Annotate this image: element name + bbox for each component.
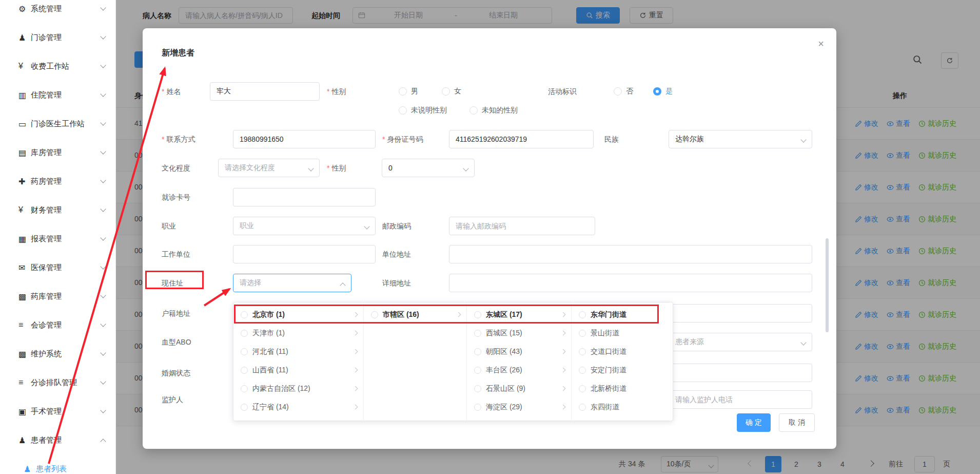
current-address-label: 现住址: [162, 278, 183, 288]
cascader-option[interactable]: 辽宁省 (14): [233, 398, 363, 416]
cascader-column-city: 市辖区 (16): [364, 302, 467, 421]
cascader-option[interactable]: 天津市 (1): [233, 324, 363, 343]
chevron-icon: [100, 407, 106, 413]
dialog-scrollbar[interactable]: [826, 238, 829, 332]
cross-icon: ✚: [18, 177, 31, 186]
guardian-phone-input[interactable]: [669, 390, 812, 409]
cascader-option[interactable]: 东华门街道: [572, 306, 673, 324]
sidebar-item[interactable]: ▩ 维护系统: [0, 339, 115, 368]
card-number-input[interactable]: [233, 188, 376, 206]
name-input[interactable]: [210, 82, 320, 101]
cascader-option[interactable]: 丰台区 (26): [467, 361, 571, 380]
sidebar-item[interactable]: ¥ 收费工作站: [0, 52, 115, 81]
chevron-icon: [100, 120, 106, 125]
radio-gender-unstated[interactable]: 未说明性别: [399, 101, 447, 120]
cascader-option[interactable]: 安定门街道: [572, 361, 673, 380]
cascader-option[interactable]: 东城区 (17): [467, 306, 571, 324]
chevron-icon: [100, 350, 106, 355]
cascader-option[interactable]: 交道口街道: [572, 343, 673, 361]
radio-checked-icon: [653, 87, 661, 96]
chevron-right-icon: [561, 405, 566, 410]
chevron-right-icon: [561, 312, 566, 317]
ethnicity-select[interactable]: 达斡尔族: [669, 130, 812, 148]
grid-icon: ▩: [18, 292, 31, 301]
sidebar-item[interactable]: ♟ 患者管理: [0, 426, 115, 454]
current-address-select[interactable]: 请选择: [233, 274, 351, 292]
cascader-option[interactable]: 市辖区 (16): [364, 306, 466, 324]
sidebar-item[interactable]: ▩ 药库管理: [0, 282, 115, 311]
radio-icon: [579, 311, 586, 318]
radio-gender-unknown[interactable]: 未知的性别: [469, 101, 518, 120]
sidebar-item-patient-list[interactable]: ♟ 患者列表: [0, 454, 115, 474]
chevron-down-icon: [308, 165, 313, 171]
sidebar-item[interactable]: ♟ 门诊管理: [0, 23, 115, 52]
sidebar-item[interactable]: ⚙ 系统管理: [0, 0, 115, 23]
sidebar-item[interactable]: ▭ 门诊医生工作站: [0, 109, 115, 138]
radio-icon: [579, 385, 586, 392]
radio-icon: [474, 348, 481, 355]
cascader-option[interactable]: 内蒙古自治区 (12): [233, 380, 363, 398]
sidebar-item[interactable]: ▦ 报表管理: [0, 224, 115, 253]
work-unit-label: 工作单位: [162, 249, 190, 259]
active-flag-label: 活动标识: [548, 86, 577, 97]
sidebar-item[interactable]: ¥ 财务管理: [0, 196, 115, 224]
cascader-option[interactable]: 北京市 (1): [233, 306, 363, 324]
cascader-option[interactable]: 海淀区 (29): [467, 398, 571, 416]
ethnicity-label: 民族: [604, 134, 619, 144]
radio-icon: [579, 348, 586, 355]
patient-source-select[interactable]: 患者来源: [669, 333, 812, 351]
sidebar-item[interactable]: ✉ 医保管理: [0, 253, 115, 282]
cascader-option[interactable]: 石景山区 (9): [467, 380, 571, 398]
cascader-option[interactable]: 山西省 (11): [233, 361, 363, 380]
cancel-button[interactable]: 取 消: [779, 413, 815, 432]
unit-address-input[interactable]: [449, 245, 812, 263]
list-icon: ≡: [18, 378, 31, 387]
chevron-right-icon: [353, 368, 358, 373]
dialog-title: 新增患者: [162, 48, 194, 59]
radio-active-yes[interactable]: 是: [653, 82, 673, 101]
chevron-icon: [100, 292, 106, 298]
radio-male[interactable]: 男: [399, 82, 418, 101]
cascader-option[interactable]: 北新桥街道: [572, 380, 673, 398]
occupation-select[interactable]: 职业: [233, 217, 376, 235]
gear-icon: ⚙: [18, 4, 31, 14]
id-number-input[interactable]: [449, 130, 594, 148]
chevron-right-icon: [353, 331, 358, 336]
confirm-button[interactable]: 确 定: [737, 413, 771, 432]
work-unit-input[interactable]: [233, 245, 376, 263]
radio-icon: [614, 87, 622, 96]
gender2-select[interactable]: 0: [382, 159, 475, 177]
sidebar-item[interactable]: ≡ 分诊排队管理: [0, 368, 115, 397]
radio-female[interactable]: 女: [442, 82, 461, 101]
right-column-input[interactable]: [669, 364, 812, 382]
chevron-icon: [100, 263, 106, 269]
contact-input[interactable]: [233, 130, 376, 148]
cascader-option[interactable]: 朝阳区 (43): [467, 343, 571, 361]
blood-type-label: 血型ABO: [162, 337, 191, 347]
radio-icon: [241, 404, 248, 411]
close-icon[interactable]: ×: [814, 36, 828, 51]
sidebar-item[interactable]: ▣ 手术管理: [0, 397, 115, 426]
cascader-option[interactable]: 西城区 (15): [467, 324, 571, 343]
cascader-option[interactable]: 景山街道: [572, 324, 673, 343]
report-icon: ▦: [18, 234, 31, 244]
radio-active-no[interactable]: 否: [614, 82, 633, 101]
chevron-right-icon: [456, 312, 461, 317]
radio-icon: [469, 106, 478, 115]
education-select[interactable]: 请选择文化程度: [218, 159, 320, 177]
cascader-option[interactable]: 东四街道: [572, 398, 673, 416]
sidebar-item[interactable]: ✚ 药房管理: [0, 167, 115, 196]
cascader-option[interactable]: 河北省 (11): [233, 343, 363, 361]
postal-code-input[interactable]: [449, 217, 595, 235]
radio-icon: [474, 385, 481, 392]
chevron-icon: [100, 33, 106, 39]
sidebar-item[interactable]: ≡ 会诊管理: [0, 311, 115, 339]
postal-code-label: 邮政编码: [382, 221, 411, 231]
radio-icon: [579, 404, 586, 411]
sidebar-item[interactable]: ▤ 库房管理: [0, 138, 115, 167]
chevron-icon: [100, 439, 106, 444]
detail-address-label: 详细地址: [382, 278, 411, 288]
list-icon: ≡: [18, 320, 31, 330]
sidebar-item[interactable]: ▥ 住院管理: [0, 81, 115, 109]
detail-address-input[interactable]: [449, 274, 812, 292]
